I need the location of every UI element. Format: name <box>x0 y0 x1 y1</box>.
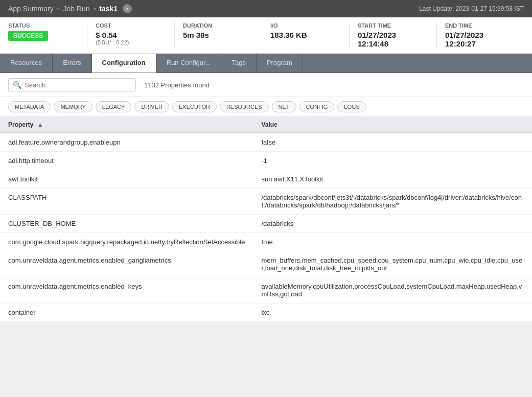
tab-tags[interactable]: Tags <box>221 54 256 73</box>
status-item-status: STATUS SUCCESS <box>8 22 87 48</box>
status-value-duration: 5m 38s <box>183 31 253 39</box>
status-label-duration: DURATION <box>183 22 253 29</box>
filter-chips: METADATAMEMORYLEGACYDRIVEREXECUTORRESOUR… <box>0 97 532 117</box>
table-row: com.google.cloud.spark.bigquery.repackag… <box>0 233 532 251</box>
status-value-start: 01/27/2023 12:14:48 <box>358 31 428 48</box>
close-icon[interactable]: × <box>123 4 132 13</box>
status-label-cost: COST <box>96 22 166 29</box>
search-icon: 🔍 <box>13 81 21 89</box>
search-bar: 🔍 1132 Properties found <box>0 73 532 97</box>
breadcrumb-job-run[interactable]: Job Run <box>63 5 89 13</box>
table-cell-property: adl.feature.ownerandgroup.enableupn <box>0 133 253 152</box>
filter-chip[interactable]: LEGACY <box>96 101 132 112</box>
table-cell-value: availableMemory,cpuUtilization,processCp… <box>253 277 532 303</box>
status-label-start: START TIME <box>358 22 428 29</box>
filter-chip[interactable]: CONFIG <box>299 101 335 112</box>
table-row: adl.feature.ownerandgroup.enableupnfalse <box>0 133 532 152</box>
column-header-property[interactable]: Property ▲ <box>0 117 253 133</box>
table-row: CLASSPATH/databricks/spark/dbconf/jets3t… <box>0 189 532 215</box>
status-label-io: I/O <box>270 22 341 29</box>
tab-bar: Resources Errors Configuration Run Confi… <box>0 54 532 73</box>
table-row: containerlxc <box>0 303 532 322</box>
tab-program[interactable]: Program <box>257 54 303 73</box>
table-cell-value: sun.awt.X11.XToolkit <box>253 170 532 189</box>
table-row: com.unraveldata.agent.metrics.enabled_ga… <box>0 251 532 277</box>
filter-chip[interactable]: METADATA <box>8 101 51 112</box>
status-item-start: START TIME 01/27/2023 12:14:48 <box>350 22 437 48</box>
table-header-row: Property ▲ Value <box>0 117 532 133</box>
main-content: 🔍 1132 Properties found METADATAMEMORYLE… <box>0 73 532 322</box>
table-cell-property: container <box>0 303 253 322</box>
table-cell-value: lxc <box>253 303 532 322</box>
table-cell-value: mem_buffers,mem_cached,cpu_speed,cpu_sys… <box>253 251 532 277</box>
status-value-end: 01/27/2023 12:20:27 <box>445 31 516 48</box>
header: App Summary » Job Run » task1 × Last Upd… <box>0 0 532 17</box>
status-item-io: I/O 183.36 KB <box>262 22 350 48</box>
table-cell-property: CLUSTER_DB_HOME <box>0 215 253 233</box>
success-badge: SUCCESS <box>8 31 48 41</box>
breadcrumb-task1: task1 <box>99 5 118 13</box>
tab-run-config[interactable]: Run Configur... <box>156 54 222 73</box>
search-input-wrap[interactable]: 🔍 <box>8 78 136 91</box>
table-row: com.unraveldata.agent.metrics.enabled_ke… <box>0 277 532 303</box>
breadcrumb-sep-1: » <box>57 5 60 12</box>
status-label-status: STATUS <box>8 22 79 29</box>
table-row: CLUSTER_DB_HOME/databricks <box>0 215 532 233</box>
status-item-duration: DURATION 5m 38s <box>175 22 262 48</box>
table-cell-value: /databricks/spark/dbconf/jets3t/:/databr… <box>253 189 532 215</box>
status-item-end: END TIME 01/27/2023 12:20:27 <box>437 22 524 48</box>
table-cell-value: true <box>253 233 532 251</box>
breadcrumb-app-summary[interactable]: App Summary <box>8 5 54 13</box>
tab-configuration[interactable]: Configuration <box>92 54 156 73</box>
table-cell-property: com.unraveldata.agent.metrics.enabled_ke… <box>0 277 253 303</box>
status-bar: STATUS SUCCESS COST $ 0.54 (DBU* : 0.22)… <box>0 17 532 54</box>
last-update: Last Update: 2023-01-27 15:39:58 IST <box>419 5 524 12</box>
status-value-cost: $ 0.54 <box>96 31 166 39</box>
filter-chip[interactable]: NET <box>272 101 296 112</box>
sort-arrow-property: ▲ <box>37 121 43 128</box>
properties-count: 1132 Properties found <box>144 81 210 89</box>
column-header-value: Value <box>253 117 532 133</box>
table-cell-property: CLASSPATH <box>0 189 253 215</box>
status-sub-cost: (DBU* : 0.22) <box>96 39 166 45</box>
filter-chip[interactable]: DRIVER <box>134 101 169 112</box>
table-cell-property: com.google.cloud.spark.bigquery.repackag… <box>0 233 253 251</box>
table-cell-property: awt.toolkit <box>0 170 253 189</box>
filter-chip[interactable]: RESOURCES <box>220 101 269 112</box>
search-input[interactable] <box>25 81 131 89</box>
breadcrumb-sep-2: » <box>93 5 97 12</box>
table-wrap: Property ▲ Value adl.feature.ownerandgro… <box>0 117 532 322</box>
status-value-io: 183.36 KB <box>270 31 341 39</box>
filter-chip[interactable]: MEMORY <box>54 101 92 112</box>
table-cell-value: /databricks <box>253 215 532 233</box>
table-cell-property: adl.http.timeout <box>0 152 253 170</box>
filter-chip[interactable]: EXECUTOR <box>172 101 217 112</box>
breadcrumb: App Summary » Job Run » task1 × <box>8 4 132 13</box>
status-value-badge: SUCCESS <box>8 31 79 41</box>
status-label-end: END TIME <box>445 22 516 29</box>
properties-table: Property ▲ Value adl.feature.ownerandgro… <box>0 117 532 322</box>
table-cell-value: false <box>253 133 532 152</box>
table-cell-value: -1 <box>253 152 532 170</box>
table-row: awt.toolkitsun.awt.X11.XToolkit <box>0 170 532 189</box>
table-row: adl.http.timeout-1 <box>0 152 532 170</box>
status-item-cost: COST $ 0.54 (DBU* : 0.22) <box>87 22 175 48</box>
table-cell-property: com.unraveldata.agent.metrics.enabled_ga… <box>0 251 253 277</box>
tab-errors[interactable]: Errors <box>53 54 91 73</box>
tab-resources[interactable]: Resources <box>0 54 53 73</box>
filter-chip[interactable]: LOGS <box>337 101 366 112</box>
